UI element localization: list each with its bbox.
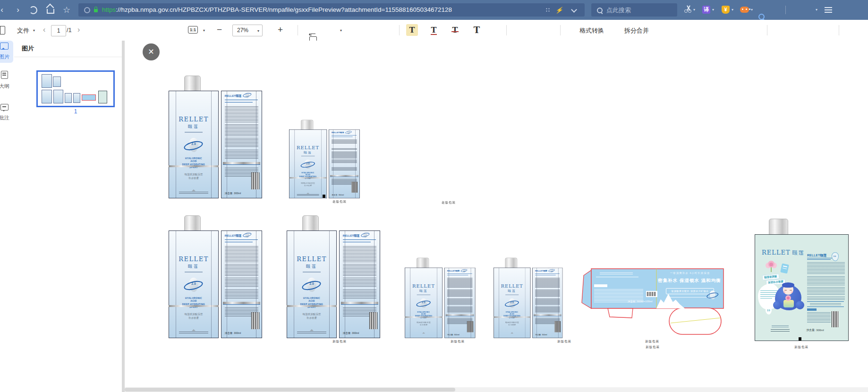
rule-line	[225, 242, 253, 242]
highlight-text-tool[interactable]: T	[406, 24, 418, 36]
translate-caret-icon[interactable]: ▾	[712, 8, 714, 12]
game-caret-icon[interactable]: ▾	[751, 8, 753, 12]
wallet-caret-icon[interactable]: ▾	[732, 8, 733, 12]
double-rule	[771, 329, 790, 332]
thumb-mini-design	[53, 77, 61, 87]
barcode	[251, 172, 259, 189]
microtext-block	[535, 298, 560, 305]
scissors-caret-icon[interactable]: ▾	[693, 8, 695, 12]
fit-caret-icon[interactable]: ▾	[203, 28, 205, 33]
bookmark-star-icon[interactable]: ☆	[62, 5, 71, 15]
address-bar[interactable]: https://hzpba.nmpa.gov.cn/HZPBZCX/PTHZPB…	[78, 3, 585, 17]
wallet-extension-icon[interactable]: ¥	[722, 6, 730, 14]
microtext-block	[225, 150, 258, 159]
brand-logo: RELLET	[169, 116, 218, 123]
game-extension-icon[interactable]	[740, 7, 749, 13]
waterdrop-badge: 2.0	[832, 252, 838, 260]
microtext-block	[807, 287, 845, 295]
translate-extension-icon[interactable]: 译	[702, 6, 710, 14]
cn-line: 补水喷雾	[169, 316, 218, 320]
microtext-block	[447, 278, 473, 288]
microtext-block	[225, 124, 258, 136]
next-page-button[interactable]: ›	[77, 26, 80, 34]
underline-text-tool[interactable]: T	[428, 24, 440, 36]
actual-size-button[interactable]: 1:1	[188, 26, 198, 34]
net-content: 净含量: 300ml	[447, 334, 460, 336]
page-total-label: /1	[67, 26, 72, 34]
strip-item-annotations[interactable]: 批注	[0, 102, 13, 124]
menu-hamburger-icon[interactable]	[825, 7, 832, 13]
split-merge-button[interactable]: 拆分合并	[624, 26, 649, 35]
reader-grid-icon[interactable]	[545, 8, 551, 13]
rule-line	[225, 239, 258, 240]
rule-line	[807, 259, 831, 260]
brand-en: RELLET	[762, 249, 791, 256]
strip-item-outline[interactable]: 大纲	[0, 69, 13, 92]
horizontal-scrollbar[interactable]	[125, 387, 868, 392]
format-convert-button[interactable]: 格式转换	[579, 26, 604, 35]
refresh-icon[interactable]	[29, 6, 37, 14]
home-icon[interactable]	[47, 9, 54, 14]
design-caption: 老版包装	[311, 200, 368, 204]
scrollbar-thumb[interactable]	[125, 388, 455, 392]
zoom-in-button[interactable]: +	[278, 25, 283, 35]
microtext-block	[225, 106, 258, 122]
rule-line	[447, 273, 472, 274]
find-magnifier-icon[interactable]	[758, 14, 765, 20]
rule-line	[225, 100, 258, 100]
box-net-content: 净含量: 300ml+100ml	[619, 300, 661, 303]
silver-band	[330, 175, 358, 177]
zoom-level-select[interactable]: 27% ▾	[232, 25, 263, 36]
barcode-box	[646, 291, 657, 297]
strip-item-label: 批注	[0, 114, 13, 121]
toggle-sidebar-icon[interactable]	[0, 26, 5, 34]
badge-2-0: 2.0	[300, 162, 315, 164]
search-input[interactable]	[605, 5, 673, 15]
silver-band	[341, 302, 378, 305]
site-info-icon[interactable]	[84, 7, 90, 13]
waterdrop-logo	[548, 268, 555, 273]
microtext-block	[501, 334, 523, 336]
prev-page-button[interactable]: ‹	[43, 26, 45, 34]
document-canvas: ✕ RELLET 颐莲 2.0 HYALURONIC ACID DEEP HYD…	[125, 41, 868, 392]
speed-lightning-icon[interactable]: ⚡	[555, 7, 563, 14]
microtext-block	[447, 290, 473, 297]
panel-title: 图片	[22, 44, 34, 53]
zoom-out-button[interactable]: −	[217, 25, 222, 35]
page-number-input[interactable]	[51, 25, 66, 36]
microtext-block	[343, 264, 376, 276]
history-caret-icon[interactable]: ▾	[816, 8, 817, 12]
microtext-block	[332, 167, 357, 173]
bottle-front-label: RELLET 颐莲 2.0 HYALURONIC ACID DEEP HYDRA…	[169, 91, 219, 198]
page-url[interactable]: https://hzpba.nmpa.gov.cn/HZPBZCX/PTHZPB…	[102, 6, 452, 13]
product-name-cn: 颐莲玻尿酸深层 补水喷雾	[169, 173, 218, 180]
cn-line: 颐莲玻尿酸深层	[287, 313, 336, 316]
badge-2-0: 2.0	[302, 282, 322, 285]
tagline-bar	[505, 295, 519, 295]
insert-text-tool[interactable]: T	[471, 24, 483, 36]
url-dropdown-chevron-icon[interactable]	[571, 7, 577, 13]
fill-caret-icon[interactable]: ▾	[340, 28, 342, 33]
silver-band	[289, 177, 327, 179]
silver-band	[534, 315, 561, 316]
design-caption: 新版包装	[311, 340, 368, 344]
strip-item-images[interactable]: 图片	[0, 41, 13, 63]
file-menu-caret-icon[interactable]: ▾	[33, 28, 35, 33]
close-preview-button[interactable]: ✕	[143, 43, 160, 60]
microtext-block	[807, 297, 845, 300]
back-brand: RELLET颐莲	[447, 270, 460, 273]
forward-button[interactable]: ›	[13, 5, 23, 15]
bottle-front-label: RELLET 颐莲 2.0 HYALURONIC ACID DEEP HYDRA…	[287, 230, 337, 338]
barcode	[647, 292, 656, 296]
brand-logo: RELLET颐莲	[762, 248, 805, 256]
page-thumbnail[interactable]	[36, 70, 115, 107]
screenshot-scissors-icon[interactable]	[684, 5, 693, 13]
rule-line	[535, 273, 560, 274]
browser-search-box[interactable]	[591, 3, 677, 17]
strikethrough-text-tool[interactable]: T	[449, 24, 461, 36]
file-menu[interactable]: 文件	[17, 26, 29, 35]
back-button[interactable]: ‹	[0, 5, 7, 15]
microtext-block	[297, 332, 326, 334]
waterdrop-logo: 2.0	[184, 277, 204, 294]
bottle-back-label: RELLET颐莲 净含量: 300ml	[444, 268, 476, 338]
